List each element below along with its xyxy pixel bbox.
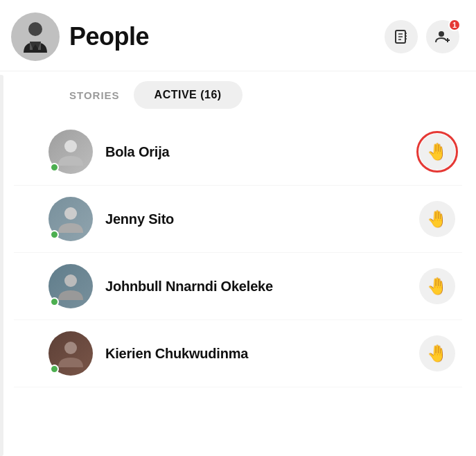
header-icons: 1 <box>385 20 459 53</box>
person-name-2: Jenny Sito <box>105 211 419 227</box>
header: People <box>0 0 476 71</box>
person-row: Bola Orija 🤚 <box>14 119 462 186</box>
person-name-3: Johnbull Nnarndi Okeleke <box>105 279 419 295</box>
avatar-wrap-3 <box>49 264 93 308</box>
tabs-bar: STORIES ACTIVE (16) <box>0 71 476 119</box>
person-row: Jenny Sito 🤚 <box>14 186 462 253</box>
wave-icon-3: 🤚 <box>427 277 448 296</box>
svg-point-10 <box>439 31 444 37</box>
svg-point-14 <box>64 207 77 220</box>
wave-icon-1: 🤚 <box>427 142 448 161</box>
avatar-wrap-4 <box>49 331 93 376</box>
wave-icon-4: 🤚 <box>427 344 448 363</box>
notification-badge: 1 <box>448 19 461 31</box>
avatar-wrap-1 <box>49 130 93 174</box>
online-indicator-4 <box>50 365 59 374</box>
online-indicator-3 <box>50 297 59 306</box>
online-indicator-1 <box>50 163 59 172</box>
page-title: People <box>69 22 385 51</box>
contacts-button[interactable] <box>385 20 418 53</box>
add-friend-icon <box>434 28 451 45</box>
wave-button-2[interactable]: 🤚 <box>419 201 455 237</box>
wave-button-3[interactable]: 🤚 <box>419 268 455 304</box>
svg-point-13 <box>64 140 77 152</box>
svg-point-16 <box>64 342 77 354</box>
person-name-4: Kierien Chukwudinma <box>105 346 419 362</box>
contacts-icon <box>393 28 409 45</box>
person-row: Kierien Chukwudinma 🤚 <box>14 320 462 387</box>
tab-stories[interactable]: STORIES <box>55 82 134 108</box>
people-list: Bola Orija 🤚 Jenny Sito 🤚 <box>0 119 476 387</box>
person-row: Johnbull Nnarndi Okeleke 🤚 <box>14 253 462 320</box>
avatar-wrap-2 <box>49 197 93 241</box>
user-avatar <box>11 12 60 61</box>
tab-active[interactable]: ACTIVE (16) <box>134 81 243 109</box>
wave-button-1[interactable]: 🤚 <box>419 134 455 170</box>
wave-icon-2: 🤚 <box>427 209 448 229</box>
online-indicator-2 <box>50 230 59 239</box>
left-accent-bar <box>0 75 3 456</box>
wave-button-4[interactable]: 🤚 <box>419 335 455 371</box>
add-friend-button[interactable]: 1 <box>426 20 459 53</box>
svg-point-15 <box>64 274 77 287</box>
person-name-1: Bola Orija <box>105 144 419 160</box>
svg-point-0 <box>28 22 42 36</box>
